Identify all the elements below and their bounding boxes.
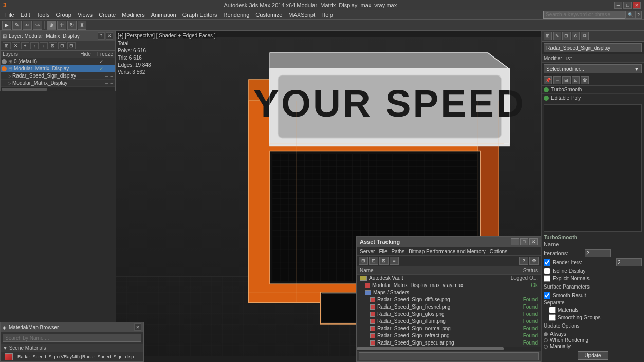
- material-row[interactable]: _Radar_Speed_Sign (VRayMtl) [Radar_Speed…: [1, 352, 143, 361]
- layer-row-default[interactable]: ⊞ 0 (default) ✓ – –: [1, 58, 115, 65]
- asset-tb-4[interactable]: ≡: [390, 257, 399, 265]
- toolbar-move[interactable]: ✛: [57, 21, 66, 30]
- asset-scrollbar[interactable]: [357, 347, 541, 351]
- asset-max-btn[interactable]: □: [520, 238, 528, 245]
- right-icon-3[interactable]: ⊡: [562, 32, 571, 40]
- asset-row-maxfile[interactable]: Modular_Matrix_Display_max_vray.max Ok: [357, 282, 541, 289]
- mod-icon-arrow[interactable]: →: [553, 76, 561, 84]
- asset-row-vault[interactable]: Autodesk Vault Logged O...: [357, 275, 541, 282]
- asset-menu-options[interactable]: Options: [490, 249, 507, 254]
- menu-modifiers[interactable]: Modifiers: [119, 11, 148, 19]
- layer-row-radar[interactable]: ▷ Radar_Speed_Sign_display – –: [1, 72, 115, 80]
- ts-smooth-checkbox[interactable]: [544, 292, 550, 299]
- menu-help[interactable]: Help: [318, 11, 336, 19]
- modifier-turbosmoother[interactable]: TurboSmooth: [542, 86, 644, 94]
- toolbar-btn-1[interactable]: ▶: [2, 21, 11, 30]
- material-close-btn[interactable]: ✕: [134, 323, 141, 331]
- mod-icon-pin[interactable]: 📌: [544, 76, 552, 84]
- menu-graph-editors[interactable]: Graph Editors: [179, 11, 220, 19]
- menu-group[interactable]: Group: [52, 11, 75, 19]
- asset-menu-file[interactable]: File: [379, 249, 387, 254]
- asset-tb-6[interactable]: ⚙: [529, 257, 539, 265]
- asset-menu-server[interactable]: Server: [360, 249, 375, 254]
- menu-animation[interactable]: Animation: [148, 11, 179, 19]
- ts-render-checkbox[interactable]: [544, 259, 550, 266]
- toolbar-scale[interactable]: ⧖: [78, 21, 86, 30]
- asset-row-refract[interactable]: Radar_Speed_Sign_refract.png Found: [357, 332, 541, 339]
- asset-row-illum[interactable]: Radar_Speed_Sign_illum.png Found: [357, 318, 541, 325]
- object-name-input[interactable]: [544, 43, 642, 52]
- toolbar-rotate[interactable]: ↻: [67, 21, 77, 30]
- close-btn[interactable]: ✕: [633, 2, 641, 9]
- menu-maxscript[interactable]: MAXScript: [285, 11, 318, 19]
- toolbar-redo[interactable]: ↪: [33, 21, 42, 30]
- right-icon-5[interactable]: ⧉: [581, 32, 589, 40]
- search-input[interactable]: [543, 11, 625, 19]
- layers-tb-5[interactable]: ↓: [40, 42, 48, 49]
- asset-row-fresnel[interactable]: Radar_Speed_Sign_fresnel.png Found: [357, 303, 541, 311]
- ts-when-radio[interactable]: [544, 338, 548, 342]
- minimize-btn[interactable]: ─: [614, 2, 622, 9]
- toolbar-undo[interactable]: ↩: [23, 21, 32, 30]
- menu-customize[interactable]: Customize: [252, 11, 285, 19]
- layers-tb-7[interactable]: ⊡: [58, 42, 66, 49]
- help-icon[interactable]: ?: [635, 11, 642, 19]
- asset-min-btn[interactable]: ─: [511, 238, 519, 245]
- layer-row-modular2[interactable]: ▷ Modular_Matrix_Display – –: [1, 80, 115, 87]
- layers-tb-6[interactable]: ⊠: [49, 42, 57, 49]
- mod-icon-copy[interactable]: ⊞: [562, 76, 571, 84]
- ts-isoline-checkbox[interactable]: [544, 268, 550, 274]
- layers-tb-8[interactable]: ⊟: [67, 42, 76, 49]
- menu-rendering[interactable]: Rendering: [220, 11, 253, 19]
- maximize-btn[interactable]: □: [623, 2, 632, 9]
- modifier-dropdown[interactable]: Select modifier... ▼: [544, 64, 642, 73]
- ts-render-input[interactable]: [616, 258, 642, 266]
- layers-tb-1[interactable]: ⊞: [3, 42, 11, 49]
- asset-row-maps[interactable]: Maps / Shaders: [357, 289, 541, 296]
- asset-tb-3[interactable]: ⊠: [379, 257, 389, 265]
- right-icon-2[interactable]: ✎: [553, 32, 561, 40]
- search-icon[interactable]: 🔍: [625, 11, 635, 19]
- menu-tools[interactable]: Tools: [33, 11, 53, 19]
- layers-help-btn[interactable]: ?: [98, 32, 105, 40]
- ts-iter-input[interactable]: [585, 249, 611, 257]
- asset-row-diffuse[interactable]: Radar_Speed_Sign_diffuse.png Found: [357, 296, 541, 303]
- ts-materials-checkbox[interactable]: [549, 307, 556, 313]
- mod-icon-paste[interactable]: ⊡: [572, 76, 580, 84]
- layers-tb-3[interactable]: +: [21, 42, 29, 49]
- asset-illum-status: Found: [507, 318, 538, 324]
- menu-views[interactable]: Views: [75, 11, 96, 19]
- asset-row-specular[interactable]: Radar_Speed_Sign_specular.png Found: [357, 339, 541, 347]
- ts-explicit-checkbox[interactable]: [544, 275, 550, 282]
- menu-create[interactable]: Create: [96, 11, 119, 19]
- asset-tb-2[interactable]: ⊡: [369, 257, 378, 265]
- ts-sg-checkbox[interactable]: [549, 314, 556, 321]
- asset-close-btn[interactable]: ✕: [529, 238, 538, 245]
- ts-always-radio[interactable]: [544, 332, 548, 336]
- asset-menu-bitmap[interactable]: Bitmap Performance and Memory: [409, 249, 486, 254]
- asset-menu-paths[interactable]: Paths: [392, 249, 405, 254]
- right-icon-4[interactable]: ⊙: [572, 32, 580, 40]
- asset-tb-1[interactable]: ⊞: [359, 257, 368, 265]
- asset-tb-5[interactable]: ?: [519, 257, 528, 265]
- toolbar-select[interactable]: ⊕: [47, 21, 56, 30]
- layers-close-btn[interactable]: ✕: [106, 32, 113, 40]
- layers-tb-4[interactable]: ↑: [30, 42, 39, 49]
- mod-icon-delete[interactable]: 🗑: [581, 76, 589, 84]
- modifier-editable-poly[interactable]: Editable Poly: [542, 94, 644, 102]
- material-section[interactable]: ▼ Scene Materials: [1, 344, 143, 352]
- toolbar-btn-2[interactable]: ✎: [12, 21, 22, 30]
- right-icon-1[interactable]: ⊞: [544, 32, 552, 40]
- layers-tb-2[interactable]: ✕: [12, 42, 20, 49]
- material-search-input[interactable]: [3, 334, 141, 342]
- menu-file[interactable]: File: [2, 11, 17, 19]
- ts-update-btn[interactable]: Update: [578, 351, 608, 360]
- asset-row-normal[interactable]: Radar_Speed_Sign_normal.png Found: [357, 325, 541, 332]
- ts-always-row: Always: [544, 331, 642, 337]
- layer-row-modular[interactable]: ⊟ Modular_Matrix_Display ✓ – –: [1, 65, 115, 72]
- ts-manually-radio[interactable]: [544, 345, 548, 349]
- menu-edit[interactable]: Edit: [17, 11, 33, 19]
- asset-footer-input[interactable]: [359, 352, 539, 360]
- layers-scrollbar[interactable]: [1, 87, 115, 91]
- asset-row-glos[interactable]: Radar_Speed_Sign_glos.png Found: [357, 311, 541, 318]
